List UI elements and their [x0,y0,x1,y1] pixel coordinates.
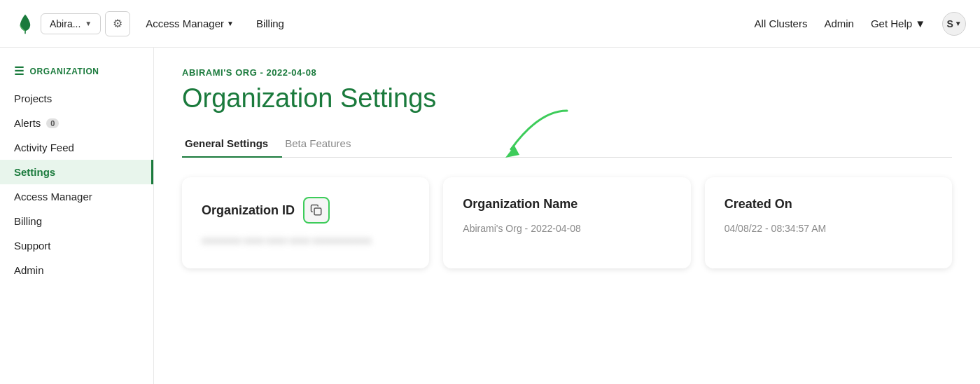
access-manager-nav[interactable]: Access Manager ▼ [143,18,237,29]
all-clusters-link[interactable]: All Clusters [755,18,808,29]
tabs: General Settings Beta Features [182,130,952,158]
nav-center: Access Manager ▼ Billing [143,18,287,29]
top-navigation: Abira... ▼ ⚙ Access Manager ▼ Billing Al… [0,0,980,48]
sidebar: ☰ ORGANIZATION Projects Alerts 0 Activit… [0,48,154,384]
admin-link[interactable]: Admin [824,18,854,29]
breadcrumb: ABIRAMI'S ORG - 2022-04-08 [182,67,952,78]
alerts-badge: 0 [46,118,59,128]
sidebar-item-projects[interactable]: Projects [0,86,153,111]
tab-general-settings[interactable]: General Settings [182,130,282,158]
organization-icon: ☰ [14,64,24,78]
created-on-value: 04/08/22 - 08:34:57 AM [724,223,932,234]
copy-icon [310,204,323,217]
main-content: ABIRAMI'S ORG - 2022-04-08 Organization … [154,48,980,384]
nav-left: Abira... ▼ ⚙ Access Manager ▼ Billing [14,11,287,36]
svg-rect-1 [314,208,321,215]
org-id-title: Organization ID [202,203,295,218]
mongodb-logo-icon [14,13,36,35]
billing-label: Billing [256,18,284,29]
org-selector[interactable]: Abira... ▼ [41,13,101,34]
nav-right: All Clusters Admin Get Help ▼ S ▼ [755,12,966,36]
access-manager-chevron: ▼ [227,20,234,27]
sidebar-item-support[interactable]: Support [0,233,153,258]
copy-org-id-button[interactable] [303,197,330,224]
sidebar-item-alerts[interactable]: Alerts 0 [0,111,153,135]
sidebar-item-activity-feed[interactable]: Activity Feed [0,135,153,160]
created-on-header: Created On [724,197,932,212]
cards-container: Organization ID xxxxxxxx-xxxx-xxxx-xxxx-… [182,177,952,268]
sidebar-item-billing[interactable]: Billing [0,209,153,233]
org-name-header: Organization Name [463,197,671,212]
org-name-value: Abirami's Org - 2022-04-08 [463,223,671,234]
org-id-header: Organization ID [202,197,410,224]
billing-nav[interactable]: Billing [253,18,287,29]
access-manager-label: Access Manager [146,18,224,29]
sidebar-item-settings[interactable]: Settings [0,160,153,184]
page-title: Organization Settings [182,83,952,114]
layout: ☰ ORGANIZATION Projects Alerts 0 Activit… [0,48,980,384]
org-name: Abira... [50,18,80,29]
get-help-button[interactable]: Get Help ▼ [871,18,925,29]
user-avatar[interactable]: S ▼ [942,12,966,36]
avatar-chevron: ▼ [955,20,962,27]
created-on-title: Created On [724,197,792,212]
cards-row: Organization ID xxxxxxxx-xxxx-xxxx-xxxx-… [182,177,952,268]
sidebar-section-label: ☰ ORGANIZATION [0,64,153,86]
sidebar-item-admin[interactable]: Admin [0,258,153,282]
org-name-title: Organization Name [463,197,578,212]
org-selector-chevron: ▼ [85,20,92,27]
created-on-card: Created On 04/08/22 - 08:34:57 AM [705,177,952,268]
tab-beta-features[interactable]: Beta Features [282,130,365,158]
org-name-card: Organization Name Abirami's Org - 2022-0… [443,177,690,268]
sidebar-item-access-manager[interactable]: Access Manager [0,184,153,209]
org-id-card: Organization ID xxxxxxxx-xxxx-xxxx-xxxx-… [182,177,429,268]
get-help-chevron: ▼ [915,18,925,29]
gear-button[interactable]: ⚙ [105,11,130,36]
org-id-value: xxxxxxxx-xxxx-xxxx-xxxx-xxxxxxxxxxxx [202,235,410,246]
get-help-label: Get Help [871,18,912,29]
